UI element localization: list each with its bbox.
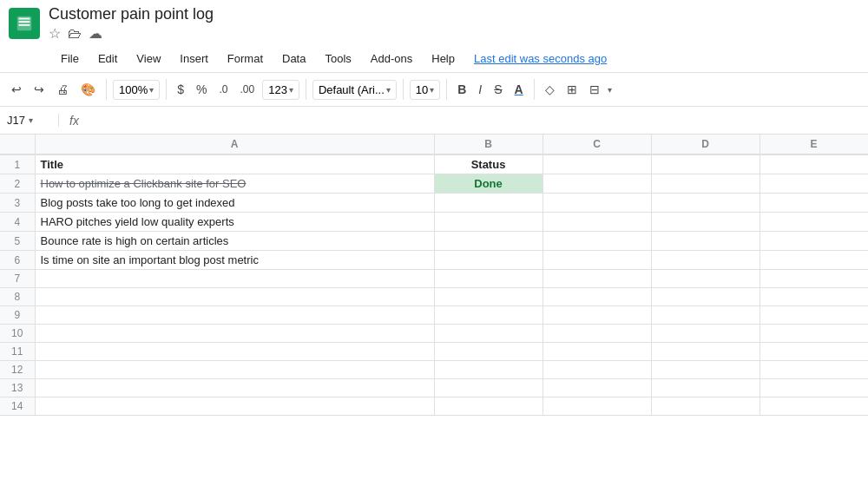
- star-icon[interactable]: ☆: [49, 25, 61, 42]
- cell-a8[interactable]: [35, 288, 434, 306]
- cell-b14[interactable]: [434, 397, 542, 416]
- cell-e7[interactable]: [760, 270, 868, 288]
- cell-c12[interactable]: [542, 361, 651, 379]
- cell-c10[interactable]: [542, 325, 651, 343]
- cell-b11[interactable]: [434, 343, 542, 361]
- cell-e2[interactable]: [760, 174, 868, 194]
- cell-a12[interactable]: [35, 361, 434, 379]
- cell-c4[interactable]: [542, 213, 651, 232]
- cell-c11[interactable]: [542, 343, 651, 361]
- cell-c14[interactable]: [542, 397, 651, 416]
- cell-d3[interactable]: [651, 194, 760, 213]
- cell-b12[interactable]: [434, 361, 542, 379]
- cell-d7[interactable]: [651, 270, 760, 288]
- cell-b5[interactable]: [434, 232, 542, 251]
- cell-d5[interactable]: [651, 232, 760, 251]
- doc-title[interactable]: Customer pain point log: [49, 5, 214, 23]
- cell-b3[interactable]: [434, 194, 542, 213]
- cell-d13[interactable]: [651, 379, 760, 397]
- cell-a3[interactable]: Blog posts take too long to get indexed: [35, 194, 434, 213]
- bold-button[interactable]: B: [453, 79, 470, 100]
- cell-c8[interactable]: [542, 288, 651, 306]
- cell-d11[interactable]: [651, 343, 760, 361]
- menu-file[interactable]: File: [52, 49, 88, 69]
- cell-a7[interactable]: [35, 270, 434, 288]
- menu-tools[interactable]: Tools: [316, 49, 359, 69]
- folder-icon[interactable]: 🗁: [68, 26, 82, 42]
- cell-a1[interactable]: Title: [35, 154, 434, 174]
- col-header-c[interactable]: C: [542, 135, 651, 154]
- col-header-d[interactable]: D: [651, 135, 760, 154]
- cell-b6[interactable]: [434, 251, 542, 270]
- menu-addons[interactable]: Add-ons: [362, 49, 421, 69]
- menu-format[interactable]: Format: [219, 49, 272, 69]
- cell-d1[interactable]: [651, 154, 760, 174]
- borders-button[interactable]: ⊞: [562, 79, 582, 100]
- cell-c7[interactable]: [542, 270, 651, 288]
- cell-e5[interactable]: [760, 232, 868, 251]
- font-select[interactable]: Default (Ari... ▾: [312, 80, 397, 100]
- cell-b13[interactable]: [434, 379, 542, 397]
- cell-e8[interactable]: [760, 288, 868, 306]
- currency-button[interactable]: $: [173, 79, 188, 100]
- cell-b4[interactable]: [434, 213, 542, 232]
- merge-button[interactable]: ⊟: [585, 79, 604, 100]
- cell-e1[interactable]: [760, 154, 868, 174]
- cell-b8[interactable]: [434, 288, 542, 306]
- menu-data[interactable]: Data: [273, 49, 314, 69]
- cell-e14[interactable]: [760, 397, 868, 416]
- cell-d12[interactable]: [651, 361, 760, 379]
- cell-c6[interactable]: [542, 251, 651, 270]
- number-format-select[interactable]: 123 ▾: [262, 80, 299, 100]
- formula-input[interactable]: [89, 114, 861, 127]
- col-header-a[interactable]: A: [35, 135, 434, 154]
- redo-button[interactable]: ↪: [30, 79, 49, 100]
- decimal-less-button[interactable]: .0: [215, 80, 233, 99]
- cell-a9[interactable]: [35, 306, 434, 325]
- paint-format-button[interactable]: 🎨: [76, 79, 100, 100]
- font-size-select[interactable]: 10 ▾: [410, 80, 440, 100]
- cell-c5[interactable]: [542, 232, 651, 251]
- menu-edit[interactable]: Edit: [89, 49, 126, 69]
- cell-e11[interactable]: [760, 343, 868, 361]
- cell-a14[interactable]: [35, 397, 434, 416]
- cell-a6[interactable]: Is time on site an important blog post m…: [35, 251, 434, 270]
- cell-c1[interactable]: [542, 154, 651, 174]
- menu-view[interactable]: View: [128, 49, 169, 69]
- cell-b1[interactable]: Status: [434, 154, 542, 174]
- italic-button[interactable]: I: [474, 79, 486, 100]
- cell-e10[interactable]: [760, 325, 868, 343]
- undo-button[interactable]: ↩: [7, 79, 26, 100]
- decimal-more-button[interactable]: .00: [236, 80, 260, 99]
- cell-a4[interactable]: HARO pitches yield low quality experts: [35, 213, 434, 232]
- menu-help[interactable]: Help: [423, 49, 464, 69]
- strikethrough-button[interactable]: S: [490, 79, 506, 100]
- cell-d10[interactable]: [651, 325, 760, 343]
- menu-insert[interactable]: Insert: [171, 49, 217, 69]
- cell-d4[interactable]: [651, 213, 760, 232]
- merge-arrow[interactable]: ▾: [608, 85, 612, 95]
- cell-e3[interactable]: [760, 194, 868, 213]
- cell-d6[interactable]: [651, 251, 760, 270]
- fill-color-button[interactable]: ◇: [541, 79, 559, 100]
- cell-b7[interactable]: [434, 270, 542, 288]
- cell-b2[interactable]: Done: [434, 174, 542, 194]
- zoom-select[interactable]: 100% ▾: [113, 80, 160, 100]
- cell-b9[interactable]: [434, 306, 542, 325]
- cell-a2[interactable]: How to optimize a Clickbank site for SEO: [35, 174, 434, 194]
- cell-a11[interactable]: [35, 343, 434, 361]
- cell-c2[interactable]: [542, 174, 651, 194]
- cell-c9[interactable]: [542, 306, 651, 325]
- cell-d8[interactable]: [651, 288, 760, 306]
- cell-e12[interactable]: [760, 361, 868, 379]
- cell-d14[interactable]: [651, 397, 760, 416]
- cell-e9[interactable]: [760, 306, 868, 325]
- cell-c3[interactable]: [542, 194, 651, 213]
- col-header-e[interactable]: E: [760, 135, 868, 154]
- cell-e4[interactable]: [760, 213, 868, 232]
- cell-a10[interactable]: [35, 325, 434, 343]
- col-header-b[interactable]: B: [434, 135, 542, 154]
- cell-d2[interactable]: [651, 174, 760, 194]
- cell-e13[interactable]: [760, 379, 868, 397]
- cell-e6[interactable]: [760, 251, 868, 270]
